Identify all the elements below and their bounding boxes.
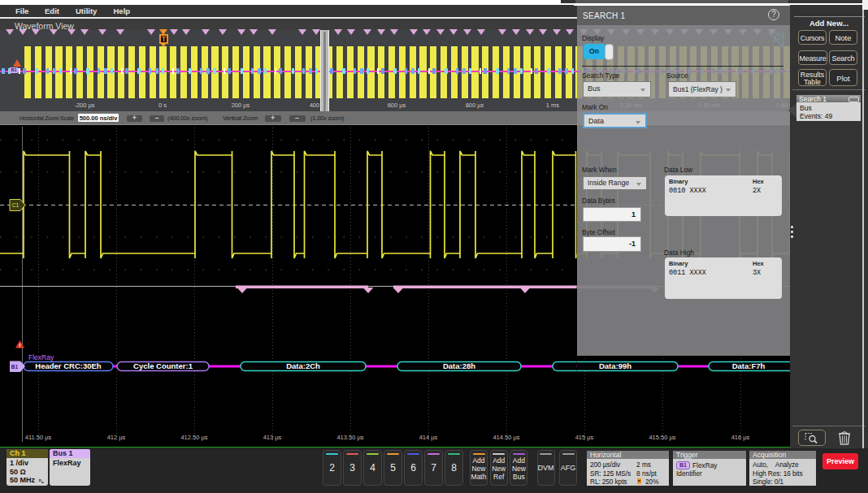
svg-text:415.50 µs: 415.50 µs [649,434,675,441]
svg-text:413 µs: 413 µs [263,434,282,441]
svg-text:414.50 µs: 414.50 µs [493,434,519,441]
svg-text:416 µs: 416 µs [731,434,750,441]
svg-text:Data:99h: Data:99h [599,361,631,370]
svg-text:411.50 µs: 411.50 µs [25,434,52,441]
svg-text:Data:28h: Data:28h [443,361,475,370]
svg-text:Data:2Ch: Data:2Ch [286,361,320,370]
svg-text:414 µs: 414 µs [419,434,438,441]
svg-text:C1: C1 [12,202,20,208]
svg-text:413.50 µs: 413.50 µs [336,434,363,441]
svg-text:B1: B1 [11,364,19,370]
svg-text:Header CRC:30Eh: Header CRC:30Eh [35,361,101,370]
svg-text:Cycle Counter:1: Cycle Counter:1 [133,361,193,370]
svg-text:!: ! [19,343,20,348]
svg-text:412 µs: 412 µs [107,434,126,441]
svg-text:Data:F7h: Data:F7h [732,361,766,370]
svg-text:412.50 µs: 412.50 µs [180,434,207,441]
svg-text:FlexRay: FlexRay [28,353,54,361]
svg-text:415 µs: 415 µs [575,434,594,441]
